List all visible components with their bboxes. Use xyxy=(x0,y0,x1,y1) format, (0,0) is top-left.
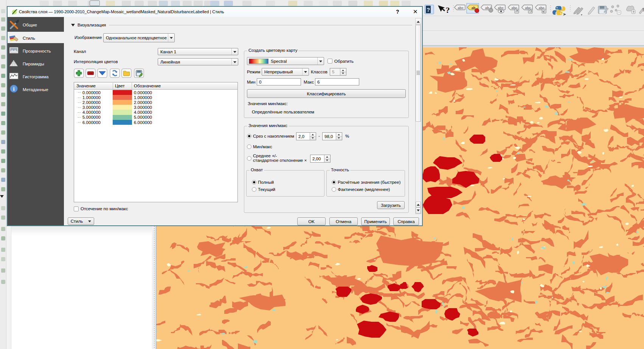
svg-text:?: ? xyxy=(446,5,450,15)
svg-text:i: i xyxy=(13,86,14,92)
svg-text:ab: ab xyxy=(485,6,489,10)
svg-text:ab: ab xyxy=(472,6,476,10)
svg-text:*: * xyxy=(618,11,619,14)
svg-text:abc: abc xyxy=(498,6,504,10)
svg-text:abc: abc xyxy=(458,6,464,10)
svg-text:9: 9 xyxy=(642,7,644,12)
svg-text:?: ? xyxy=(427,6,430,13)
